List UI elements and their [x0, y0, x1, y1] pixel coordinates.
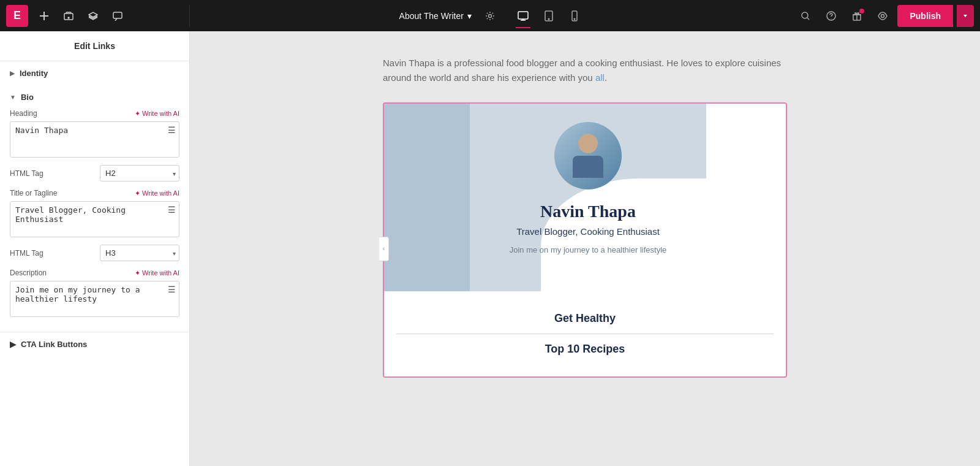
sidebar-header: Edit Links [0, 31, 189, 61]
svg-rect-4 [518, 12, 528, 19]
tagline-html-tag-label: HTML Tag [10, 249, 43, 258]
card-links-section: Get Healthy Top 10 Recipes [384, 291, 786, 376]
tagline-field-row: Title or Tagline ✦ Write with AI [10, 189, 179, 197]
card-link-top-recipes[interactable]: Top 10 Recipes [396, 334, 774, 364]
sidebar-title: Edit Links [74, 41, 115, 51]
heading-field-row: Heading ✦ Write with AI [10, 109, 179, 118]
tagline-input[interactable]: Travel Blogger, Cooking Enthusiast [10, 201, 179, 237]
search-button[interactable] [794, 5, 816, 27]
description-main: Navin Thapa is a professional food blogg… [383, 58, 781, 83]
heading-write-ai-button[interactable]: ✦ Write with AI [135, 110, 179, 118]
tagline-html-tag-row: HTML Tag H3H2H4p ▾ [10, 245, 179, 261]
heading-input-wrap: Navin Thapa ☰ [10, 121, 179, 160]
heading-html-tag-select[interactable]: H2H1H3H4p [100, 165, 179, 181]
page-description-text: Navin Thapa is a professional food blogg… [383, 56, 787, 85]
description-field-label: Description [10, 269, 47, 277]
settings-button[interactable] [479, 5, 501, 27]
description-write-ai-button[interactable]: ✦ Write with AI [135, 269, 179, 277]
bio-arrow-icon: ▼ [10, 94, 16, 101]
avatar-head [578, 134, 598, 153]
layers-button[interactable] [82, 5, 104, 27]
tagline-html-tag-select[interactable]: H3H2H4p [100, 245, 179, 261]
svg-rect-2 [113, 12, 122, 18]
card-name: Navin Thapa [540, 202, 636, 221]
canvas-area: Navin Thapa is a professional food blogg… [190, 31, 980, 466]
help-button[interactable] [820, 5, 842, 27]
bio-label: Bio [21, 93, 34, 102]
gift-notification-dot [859, 9, 864, 13]
card-right-strip [706, 104, 786, 291]
sidebar: Edit Links ▶ Identity ▼ Bio Heading ✦ Wr… [0, 31, 190, 466]
identity-section-toggle[interactable]: ▶ Identity [0, 61, 189, 85]
tagline-write-ai-label: Write with AI [142, 189, 179, 197]
heading-input[interactable]: Navin Thapa [10, 121, 179, 158]
sidebar-collapse-handle[interactable]: ‹ [379, 237, 389, 261]
card-join-text: Join me on my journey to a healthier lif… [510, 245, 667, 254]
topbar-center: About The Writer ▾ [190, 5, 788, 27]
description-period: . [605, 72, 607, 83]
preview-button[interactable] [872, 5, 894, 27]
publish-button[interactable]: Publish [897, 5, 953, 27]
heading-html-tag-row: HTML Tag H2H1H3H4p ▾ [10, 165, 179, 181]
heading-field-label: Heading [10, 109, 37, 118]
comments-button[interactable] [107, 5, 129, 27]
page-title-chevron: ▾ [467, 11, 472, 21]
tagline-write-ai-button[interactable]: ✦ Write with AI [135, 189, 179, 197]
bio-section-toggle[interactable]: ▼ Bio [0, 85, 189, 109]
gift-button[interactable] [846, 5, 868, 27]
tagline-field-label: Title or Tagline [10, 189, 57, 197]
topbar-left: E [0, 5, 190, 27]
view-mode-buttons [511, 5, 587, 27]
card-link-get-healthy[interactable]: Get Healthy [396, 304, 774, 334]
publish-chevron-button[interactable] [957, 5, 974, 27]
page-title-button[interactable]: About The Writer ▾ [392, 7, 479, 25]
card-tagline: Travel Blogger, Cooking Enthusiast [516, 226, 660, 237]
description-text-icon[interactable]: ☰ [168, 285, 176, 294]
svg-point-8 [574, 18, 575, 20]
description-field-row: Description ✦ Write with AI [10, 269, 179, 277]
responsive-button[interactable] [58, 5, 80, 27]
description-input[interactable]: Join me on my journey to a healthier lif… [10, 281, 179, 317]
add-widget-button[interactable] [33, 5, 55, 27]
tagline-input-wrap: Travel Blogger, Cooking Enthusiast ☰ [10, 201, 179, 240]
topbar: E About The Writer ▾ [0, 0, 980, 31]
tagline-text-icon[interactable]: ☰ [168, 205, 176, 215]
description-input-wrap: Join me on my journey to a healthier lif… [10, 281, 179, 319]
main-layout: Edit Links ▶ Identity ▼ Bio Heading ✦ Wr… [0, 31, 980, 466]
bio-section-content: Heading ✦ Write with AI Navin Thapa ☰ HT… [0, 109, 189, 332]
svg-point-6 [548, 18, 549, 20]
heading-html-tag-label: HTML Tag [10, 169, 43, 178]
mobile-view-button[interactable] [562, 5, 587, 27]
identity-label: Identity [20, 69, 48, 78]
cta-arrow-icon: ▶ [10, 340, 16, 349]
svg-point-1 [68, 17, 69, 18]
identity-arrow-icon: ▶ [10, 70, 15, 77]
heading-html-tag-select-wrap: H2H1H3H4p ▾ [100, 165, 179, 181]
widget-card: Navin Thapa Travel Blogger, Cooking Enth… [383, 102, 787, 378]
desktop-view-button[interactable] [511, 5, 535, 27]
svg-point-3 [488, 14, 491, 17]
avatar-body [573, 156, 603, 178]
card-left-strip [384, 104, 470, 291]
card-inner: Navin Thapa Travel Blogger, Cooking Enth… [384, 104, 786, 291]
cta-section-toggle[interactable]: ▶ CTA Link Buttons [0, 332, 189, 356]
description-link[interactable]: all [595, 72, 605, 83]
description-write-ai-label: Write with AI [142, 269, 179, 277]
svg-point-12 [881, 14, 884, 17]
topbar-right: Publish [788, 5, 980, 27]
card-main-content: Navin Thapa Travel Blogger, Cooking Enth… [470, 104, 706, 291]
avatar [554, 122, 622, 189]
page-title-text: About The Writer [399, 11, 464, 21]
svg-point-9 [802, 12, 808, 18]
elementor-logo[interactable]: E [6, 5, 28, 27]
tagline-html-tag-select-wrap: H3H2H4p ▾ [100, 245, 179, 261]
heading-write-ai-label: Write with AI [142, 110, 179, 117]
avatar-person [573, 134, 603, 178]
cta-label: CTA Link Buttons [21, 340, 87, 349]
tablet-view-button[interactable] [537, 5, 561, 27]
heading-text-icon[interactable]: ☰ [168, 125, 176, 135]
